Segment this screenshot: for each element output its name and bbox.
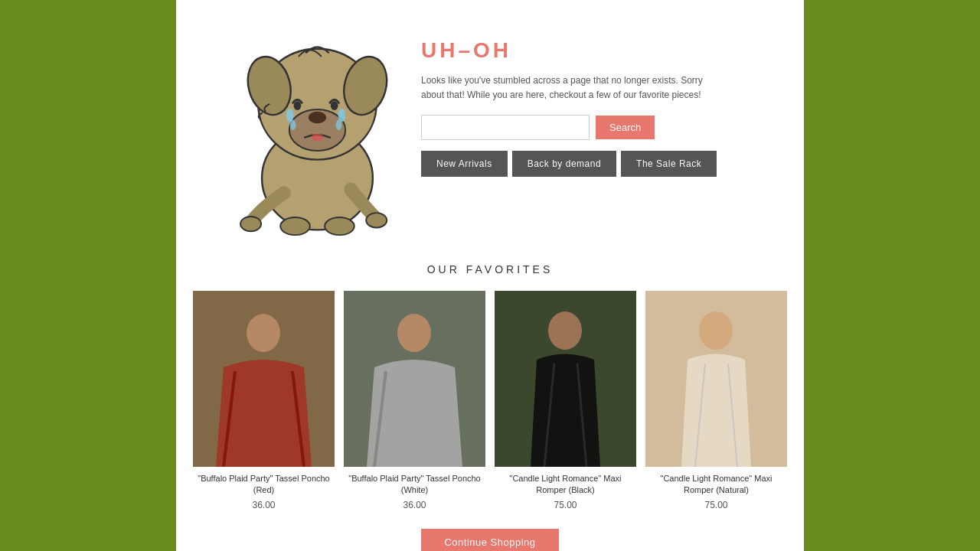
product-price-3: 75.00 <box>495 500 636 510</box>
top-section: UH–OH Looks like you've stumbled across … <box>207 23 773 240</box>
product-image-3 <box>495 291 636 467</box>
list-item[interactable]: "Candle Light Romance" Maxi Romper (Natu… <box>645 291 787 510</box>
svg-point-12 <box>312 134 323 142</box>
svg-point-11 <box>336 119 342 130</box>
page-container: UH–OH Looks like you've stumbled across … <box>176 0 804 551</box>
product-name-3: "Candle Light Romance" Maxi Romper (Blac… <box>495 473 636 497</box>
svg-point-7 <box>331 101 338 110</box>
product-name-2: "Buffalo Plaid Party" Tassel Poncho (Whi… <box>344 473 485 497</box>
svg-rect-30 <box>645 291 787 467</box>
svg-point-5 <box>309 112 326 123</box>
error-description: Looks like you've stumbled across a page… <box>421 73 712 103</box>
product-name-4: "Candle Light Romance" Maxi Romper (Natu… <box>645 473 787 497</box>
product-price-4: 75.00 <box>645 500 787 510</box>
crying-dog-illustration <box>207 23 406 240</box>
error-title: UH–OH <box>421 38 773 63</box>
products-grid: "Buffalo Plaid Party" Tassel Poncho (Red… <box>207 291 773 510</box>
svg-point-16 <box>325 217 354 235</box>
product-image-4 <box>645 291 787 467</box>
svg-point-13 <box>240 217 261 231</box>
error-content: UH–OH Looks like you've stumbled across … <box>421 23 773 177</box>
favorites-title: OUR FAVORITES <box>207 263 773 276</box>
back-by-demand-button[interactable]: Back by demand <box>512 151 616 177</box>
search-row: Search <box>421 115 773 140</box>
svg-rect-20 <box>193 291 335 467</box>
new-arrivals-button[interactable]: New Arrivals <box>421 151 508 177</box>
svg-point-6 <box>294 101 302 110</box>
continue-shopping-button[interactable]: Continue Shopping <box>421 529 558 551</box>
svg-point-15 <box>280 217 310 235</box>
svg-rect-27 <box>495 291 636 467</box>
sale-rack-button[interactable]: The Sale Rack <box>621 151 717 177</box>
svg-rect-24 <box>344 291 485 467</box>
svg-point-14 <box>366 213 387 227</box>
search-button[interactable]: Search <box>596 116 655 139</box>
list-item[interactable]: "Candle Light Romance" Maxi Romper (Blac… <box>495 291 636 510</box>
favorites-section: OUR FAVORITES "Buffalo P <box>207 263 773 510</box>
svg-point-9 <box>290 119 296 130</box>
product-price-2: 36.00 <box>344 500 485 510</box>
product-image-1 <box>193 291 335 467</box>
list-item[interactable]: "Buffalo Plaid Party" Tassel Poncho (Whi… <box>344 291 485 510</box>
continue-shopping-row: Continue Shopping <box>207 529 773 551</box>
nav-buttons: New Arrivals Back by demand The Sale Rac… <box>421 151 773 177</box>
search-input[interactable] <box>421 115 590 140</box>
product-image-2 <box>344 291 485 467</box>
product-price-1: 36.00 <box>193 500 335 510</box>
product-name-1: "Buffalo Plaid Party" Tassel Poncho (Red… <box>193 473 335 497</box>
list-item[interactable]: "Buffalo Plaid Party" Tassel Poncho (Red… <box>193 291 335 510</box>
